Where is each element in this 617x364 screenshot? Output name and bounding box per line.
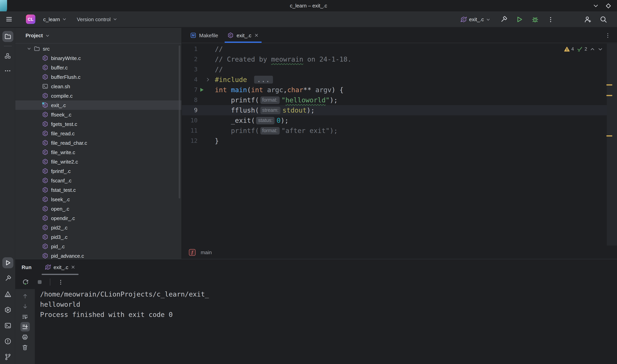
services-icon[interactable] xyxy=(2,304,13,315)
line-number[interactable]: 1 xyxy=(182,46,198,52)
run-tab-exit-c[interactable]: C exit_.c xyxy=(42,259,79,275)
tab-options-icon[interactable] xyxy=(603,31,612,40)
maximize-icon[interactable] xyxy=(605,2,612,9)
tree-item-file_read_char.c[interactable]: C file_read_char.c xyxy=(15,138,181,147)
expand-chevron-icon[interactable] xyxy=(26,46,32,52)
c-file-plus-icon: C xyxy=(461,16,467,23)
line-number[interactable]: 4 xyxy=(182,76,198,83)
project-panel-header[interactable]: Project xyxy=(15,28,181,44)
typos-indicator[interactable]: 2 xyxy=(577,46,587,52)
tree-item-exit_.c[interactable]: C exit_.c xyxy=(15,100,181,110)
editor-scrollbar[interactable] xyxy=(607,44,617,246)
tab-makefile[interactable]: M Makefile xyxy=(185,28,223,43)
add-user-icon[interactable] xyxy=(582,14,593,25)
breadcrumb-function[interactable]: main xyxy=(201,249,212,255)
warning-stripe-mark[interactable] xyxy=(606,135,612,136)
code-editor[interactable]: 4 2 1 // 2 xyxy=(182,44,617,246)
version-control-icon[interactable] xyxy=(2,351,13,363)
more-icon[interactable] xyxy=(2,65,13,76)
next-problem-icon[interactable] xyxy=(598,46,603,52)
line-number[interactable]: 7 xyxy=(182,86,198,93)
console-output[interactable]: /home/meowrain/CLionProjects/c_learn/exi… xyxy=(35,289,617,364)
tree-item-pid2_.c[interactable]: C pid2_.c xyxy=(15,223,181,232)
cmake-icon[interactable] xyxy=(2,289,13,300)
search-icon[interactable] xyxy=(598,14,608,25)
tree-item-opendir_.c[interactable]: C opendir_.c xyxy=(15,213,181,223)
tree-item-label: fstat_test.c xyxy=(51,187,76,193)
run-config-widget[interactable]: C exit_.c xyxy=(458,15,493,24)
more-actions-icon[interactable] xyxy=(546,14,556,25)
tree-item-fstat_test.c[interactable]: C fstat_test.c xyxy=(15,185,181,195)
tree-item-pid3_.c[interactable]: C pid3_.c xyxy=(15,232,181,242)
line-number[interactable]: 11 xyxy=(182,127,198,134)
code-line-12[interactable]: 12 } xyxy=(182,136,607,146)
code-line-3[interactable]: 3 // xyxy=(182,64,607,75)
tree-item-pid_.c[interactable]: C pid_.c xyxy=(15,242,181,251)
terminal-icon[interactable] xyxy=(2,320,13,331)
prev-problem-icon[interactable] xyxy=(590,46,595,52)
code-line-11[interactable]: 11 printf(format:"after exit"); xyxy=(182,126,607,136)
main-menu-icon[interactable] xyxy=(4,14,14,24)
project-scrollbar[interactable] xyxy=(179,46,180,198)
code-line-10[interactable]: 10 _exit(status:0); xyxy=(182,115,607,126)
code-line-8[interactable]: 8 printf(format:"helloworld"); xyxy=(182,95,607,105)
line-number[interactable]: 8 xyxy=(182,96,198,104)
tree-item-fgets_test.c[interactable]: C fgets_test.c xyxy=(15,119,181,129)
arrow-down-icon[interactable] xyxy=(20,302,30,311)
build-icon[interactable] xyxy=(2,273,13,284)
code-line-4[interactable]: 4 #include ... xyxy=(182,75,607,85)
tree-item-lseek_.c[interactable]: C lseek_.c xyxy=(15,195,181,204)
stop-icon[interactable] xyxy=(35,277,44,287)
print-icon[interactable] xyxy=(20,332,30,342)
line-number[interactable]: 12 xyxy=(182,137,198,144)
scroll-to-end-icon[interactable] xyxy=(20,322,30,331)
warning-stripe-mark[interactable] xyxy=(606,95,612,96)
tree-item-binaryWrite.c[interactable]: C binaryWrite.c xyxy=(15,53,181,63)
tree-item-ffseek_.c[interactable]: C ffseek_.c xyxy=(15,110,181,119)
structure-icon[interactable] xyxy=(2,50,13,61)
vcs-widget[interactable]: Version control xyxy=(74,15,120,24)
line-number[interactable]: 10 xyxy=(182,117,198,124)
tree-item-fscanf_.c[interactable]: C fscanf_.c xyxy=(15,176,181,185)
code-line-2[interactable]: 2 // Created by meowrain on 24-1-18. xyxy=(182,54,607,64)
gutter-icons xyxy=(198,95,215,105)
debug-icon[interactable] xyxy=(530,14,540,25)
run-more-options-icon[interactable] xyxy=(56,277,65,287)
line-number[interactable]: 3 xyxy=(182,66,198,73)
tree-item-buffer.c[interactable]: C buffer.c xyxy=(15,63,181,72)
project-folder-icon[interactable] xyxy=(2,31,13,42)
rerun-icon[interactable] xyxy=(21,277,30,287)
problems-icon[interactable] xyxy=(2,336,13,347)
tree-item-pid_advance.c[interactable]: C pid_advance.c xyxy=(15,251,181,259)
code-line-9[interactable]: 9 fflush(stream:stdout); xyxy=(182,105,607,115)
clear-icon[interactable] xyxy=(20,342,30,352)
run-icon[interactable] xyxy=(2,257,13,268)
close-icon[interactable] xyxy=(71,265,75,270)
tree-item-file_write2.c[interactable]: C file_write2.c xyxy=(15,157,181,166)
project-avatar[interactable]: CL xyxy=(26,14,35,24)
line-number[interactable]: 9 xyxy=(182,107,198,114)
tree-item-file_write.c[interactable]: C file_write.c xyxy=(15,147,181,157)
tree-item-src[interactable]: src xyxy=(15,44,181,53)
warning-stripe-mark[interactable] xyxy=(606,84,612,86)
svg-text:C: C xyxy=(44,207,46,211)
warnings-indicator[interactable]: 4 xyxy=(564,46,574,52)
run-icon[interactable] xyxy=(514,14,524,25)
project-widget[interactable]: c_learn xyxy=(41,15,69,24)
close-icon[interactable] xyxy=(254,33,259,38)
tree-item-bufferFlush.c[interactable]: C bufferFlush.c xyxy=(15,72,181,82)
tab-exit-c[interactable]: C exit_.c xyxy=(223,28,263,43)
tree-item-file_read.c[interactable]: C file_read.c xyxy=(15,129,181,138)
soft-wrap-icon[interactable] xyxy=(20,312,30,321)
folded-code[interactable]: ... xyxy=(254,76,273,84)
line-number[interactable]: 2 xyxy=(182,56,198,63)
code-line-1[interactable]: 1 // xyxy=(182,44,607,54)
minimize-icon[interactable] xyxy=(593,2,599,9)
build-icon[interactable] xyxy=(498,14,509,25)
tree-item-open_.c[interactable]: C open_.c xyxy=(15,204,181,213)
code-line-7[interactable]: 7 int main(int argc,char** argv) { xyxy=(182,85,607,95)
arrow-up-icon[interactable] xyxy=(20,291,30,301)
tree-item-compile.c[interactable]: C compile.c xyxy=(15,91,181,100)
tree-item-fprintf_.c[interactable]: C fprintf_.c xyxy=(15,166,181,176)
tree-item-clean.sh[interactable]: clean.sh xyxy=(15,82,181,91)
